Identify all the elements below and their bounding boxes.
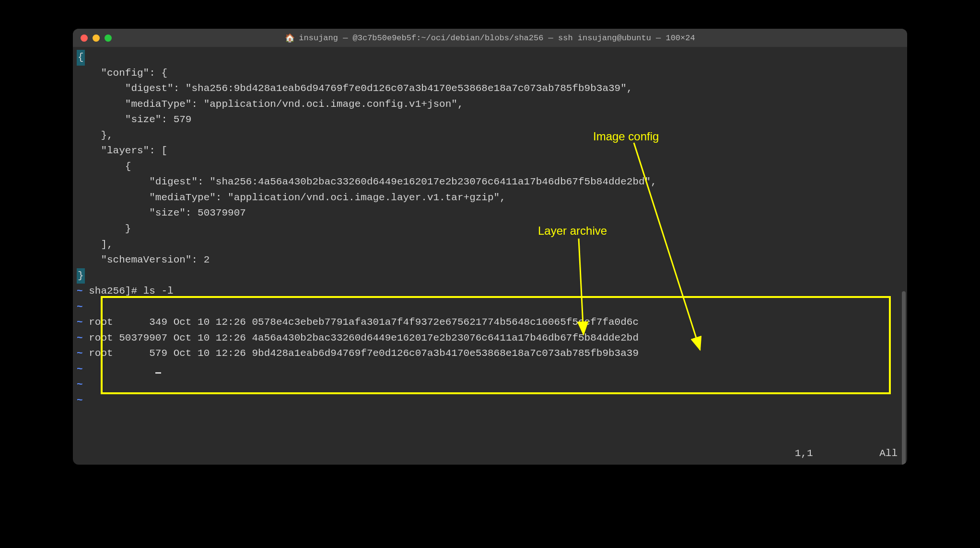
maximize-button[interactable] — [105, 34, 112, 42]
json-open-brace: { — [73, 50, 907, 66]
vim-status-line: 1,1 All — [795, 446, 898, 462]
json-line: { — [73, 159, 907, 175]
json-line: "mediaType": "application/vnd.oci.image.… — [73, 97, 907, 113]
scrollbar[interactable] — [902, 291, 906, 465]
home-icon: 🏠 — [285, 33, 295, 43]
json-line: "layers": [ — [73, 143, 907, 159]
cursor-position: 1,1 — [795, 448, 813, 459]
traffic-lights — [81, 34, 112, 42]
window-title: 🏠 insujang — @3c7b50e9eb5f:~/oci/debian/… — [285, 33, 695, 43]
json-line: "digest": "sha256:4a56a430b2bac33260d644… — [73, 174, 907, 190]
json-line: "schemaVersion": 2 — [73, 252, 907, 268]
titlebar: 🏠 insujang — @3c7b50e9eb5f:~/oci/debian/… — [73, 29, 907, 47]
json-close-brace: } — [73, 268, 907, 284]
json-line: }, — [73, 128, 907, 144]
json-line: } — [73, 221, 907, 237]
json-line: "mediaType": "application/vnd.oci.image.… — [73, 190, 907, 206]
vim-tilde: ~ — [77, 395, 83, 406]
vim-tilde: ~ — [77, 301, 83, 312]
ls-row: root 349 Oct 10 12:26 0578e4c3ebeb7791af… — [83, 317, 639, 328]
minimize-button[interactable] — [93, 34, 100, 42]
json-line: "size": 579 — [73, 112, 907, 128]
json-line: "size": 50379907 — [73, 206, 907, 221]
json-line: "digest": "sha256:9bd428a1eab6d94769f7e0… — [73, 81, 907, 97]
vim-tilde: ~ — [77, 364, 83, 375]
scroll-position: All — [879, 448, 898, 459]
vim-tilde: ~ — [77, 332, 83, 343]
ls-row: root 50379907 Oct 10 12:26 4a56a430b2bac… — [83, 332, 639, 343]
close-button[interactable] — [81, 34, 88, 42]
vim-tilde: ~ — [77, 348, 83, 359]
terminal-window: 🏠 insujang — @3c7b50e9eb5f:~/oci/debian/… — [73, 29, 907, 465]
vim-tilde: ~ — [77, 285, 83, 297]
cursor — [155, 372, 161, 374]
terminal-body[interactable]: { "config": { "digest": "sha256:9bd428a1… — [73, 47, 907, 465]
json-line: "config": { — [73, 66, 907, 81]
ls-row: root 579 Oct 10 12:26 9bd428a1eab6d94769… — [83, 348, 639, 359]
json-line: ], — [73, 237, 907, 253]
ls-prompt: sha256]# ls -l — [83, 285, 174, 297]
title-text: insujang — @3c7b50e9eb5f:~/oci/debian/bl… — [299, 34, 695, 43]
vim-tilde: ~ — [77, 379, 83, 390]
vim-tilde: ~ — [77, 317, 83, 328]
